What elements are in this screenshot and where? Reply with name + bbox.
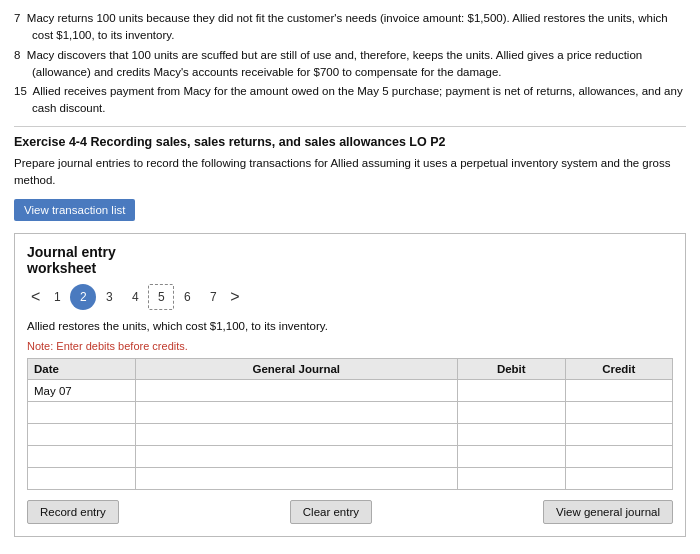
credit-cell-3[interactable] bbox=[565, 424, 673, 446]
text-line-8: 8 Macy discovers that 100 units are scuf… bbox=[14, 47, 686, 82]
debit-cell-1[interactable] bbox=[458, 380, 566, 402]
clear-entry-button[interactable]: Clear entry bbox=[290, 500, 372, 524]
table-row bbox=[28, 468, 673, 490]
table-row bbox=[28, 402, 673, 424]
debit-cell-5[interactable] bbox=[458, 468, 566, 490]
top-text-block: 7 Macy returns 100 units because they di… bbox=[14, 10, 686, 118]
action-buttons-row: Record entry Clear entry View general jo… bbox=[27, 500, 673, 524]
debit-cell-4[interactable] bbox=[458, 446, 566, 468]
tab-2[interactable]: 2 bbox=[70, 284, 96, 310]
date-cell-3[interactable] bbox=[28, 424, 136, 446]
table-row: May 07 bbox=[28, 380, 673, 402]
exercise-title: Exercise 4-4 Recording sales, sales retu… bbox=[14, 135, 686, 149]
debit-cell-2[interactable] bbox=[458, 402, 566, 424]
credit-header: Credit bbox=[565, 359, 673, 380]
record-entry-button[interactable]: Record entry bbox=[27, 500, 119, 524]
debit-header: Debit bbox=[458, 359, 566, 380]
debit-cell-3[interactable] bbox=[458, 424, 566, 446]
view-general-journal-button[interactable]: View general journal bbox=[543, 500, 673, 524]
credit-cell-2[interactable] bbox=[565, 402, 673, 424]
date-cell-1[interactable]: May 07 bbox=[28, 380, 136, 402]
credit-cell-1[interactable] bbox=[565, 380, 673, 402]
journal-cell-4[interactable] bbox=[135, 446, 458, 468]
tab-3[interactable]: 3 bbox=[96, 284, 122, 310]
date-cell-2[interactable] bbox=[28, 402, 136, 424]
tab-6[interactable]: 6 bbox=[174, 284, 200, 310]
tab-4[interactable]: 4 bbox=[122, 284, 148, 310]
text-line-7: 7 Macy returns 100 units because they di… bbox=[14, 10, 686, 45]
credit-cell-4[interactable] bbox=[565, 446, 673, 468]
worksheet-title: Journal entry worksheet bbox=[27, 244, 673, 276]
journal-worksheet-panel: Journal entry worksheet < 1 2 3 4 5 6 7 … bbox=[14, 233, 686, 537]
credit-cell-5[interactable] bbox=[565, 468, 673, 490]
date-header: Date bbox=[28, 359, 136, 380]
main-page: 7 Macy returns 100 units because they di… bbox=[0, 0, 700, 554]
tab-5[interactable]: 5 bbox=[148, 284, 174, 310]
tab-next-button[interactable]: > bbox=[226, 288, 243, 306]
tab-prev-button[interactable]: < bbox=[27, 288, 44, 306]
date-cell-4[interactable] bbox=[28, 446, 136, 468]
table-row bbox=[28, 446, 673, 468]
text-line-15: 15 Allied receives payment from Macy for… bbox=[14, 83, 686, 118]
enter-debits-note: Note: Enter debits before credits. bbox=[27, 340, 673, 352]
view-transaction-button[interactable]: View transaction list bbox=[14, 199, 135, 221]
journal-cell-3[interactable] bbox=[135, 424, 458, 446]
exercise-description: Prepare journal entries to record the fo… bbox=[14, 155, 686, 190]
journal-cell-2[interactable] bbox=[135, 402, 458, 424]
general-journal-header: General Journal bbox=[135, 359, 458, 380]
table-row bbox=[28, 424, 673, 446]
journal-cell-1[interactable] bbox=[135, 380, 458, 402]
tab-7[interactable]: 7 bbox=[200, 284, 226, 310]
section-divider bbox=[14, 126, 686, 127]
tab-1[interactable]: 1 bbox=[44, 284, 70, 310]
date-cell-5[interactable] bbox=[28, 468, 136, 490]
tab-navigation: < 1 2 3 4 5 6 7 > bbox=[27, 284, 673, 310]
journal-cell-5[interactable] bbox=[135, 468, 458, 490]
journal-table: Date General Journal Debit Credit May 07 bbox=[27, 358, 673, 490]
worksheet-description: Allied restores the units, which cost $1… bbox=[27, 320, 673, 332]
